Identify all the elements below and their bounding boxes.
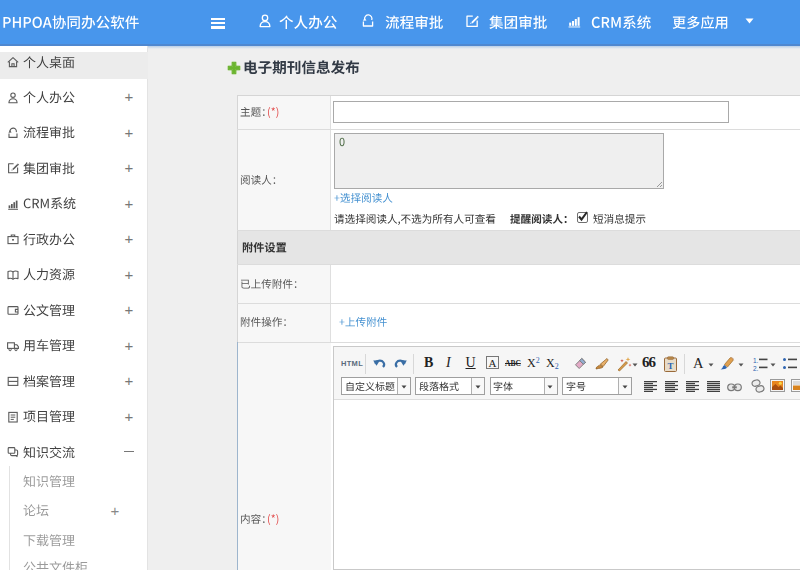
svg-text:1.: 1. (753, 357, 759, 364)
svg-text:T: T (667, 360, 673, 370)
svg-text:2.: 2. (753, 365, 759, 372)
